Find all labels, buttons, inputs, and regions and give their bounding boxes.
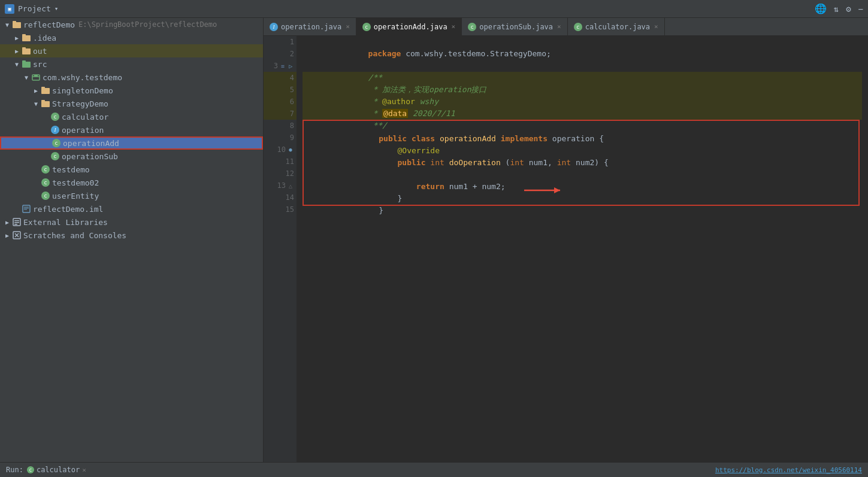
tab-operationAdd-label: operationAdd.java xyxy=(374,23,447,31)
title-bar-left: ▣ Project ▾ xyxy=(5,4,58,14)
tree-item-idea[interactable]: ▶ .idea xyxy=(0,31,263,44)
out-expand-icon: ▶ xyxy=(12,44,22,57)
gutter-row-12: 12 xyxy=(264,168,297,180)
project-sidebar: ▼ reflectDemo E:\SpringBootProject\refle… xyxy=(0,18,264,462)
strategy-label: StrategyDemo xyxy=(52,99,108,108)
tree-item-testdemo[interactable]: c testdemo xyxy=(0,163,263,176)
run-tab-icon: c xyxy=(27,466,34,473)
run-label: Run: xyxy=(6,466,23,474)
testdemo02-label: testdemo02 xyxy=(52,178,99,187)
tab-calculator-close[interactable]: × xyxy=(654,23,658,31)
idea-expand-icon: ▶ xyxy=(12,31,22,44)
tree-item-external-libs[interactable]: ▶ External Libraries xyxy=(0,215,263,229)
out-label: out xyxy=(33,47,47,56)
operation-label: operation xyxy=(62,126,104,135)
testdemo-class-icon: c xyxy=(41,165,50,174)
svg-rect-11 xyxy=(41,88,50,94)
tab-operationAdd[interactable]: c operationAdd.java × xyxy=(356,18,462,35)
svg-rect-20 xyxy=(14,220,19,221)
userEntity-spacer xyxy=(31,189,41,202)
iml-spacer xyxy=(12,202,22,215)
settings-icon[interactable]: ⚙ xyxy=(846,4,851,14)
gutter-row-11: 11 xyxy=(264,156,297,168)
tab-calculator-icon: c xyxy=(574,23,582,31)
tree-root[interactable]: ▼ reflectDemo E:\SpringBootProject\refle… xyxy=(0,18,263,31)
code-line-4: * 加法类，实现operation接口 xyxy=(303,72,862,84)
tree-item-testdemo02[interactable]: c testdemo02 xyxy=(0,176,263,189)
svg-rect-12 xyxy=(41,87,45,89)
svg-rect-14 xyxy=(41,100,45,102)
operationSub-label: operationSub xyxy=(62,152,118,161)
singleton-expand-icon: ▶ xyxy=(31,84,41,97)
tree-item-com-wshy[interactable]: ▼ com.wshy.testdemo xyxy=(0,71,263,84)
run-tab-close[interactable]: × xyxy=(82,466,86,474)
svg-rect-5 xyxy=(22,47,26,49)
project-label[interactable]: Project xyxy=(18,4,51,13)
idea-folder-icon xyxy=(22,33,31,42)
editor-area: I operation.java × c operationAdd.java ×… xyxy=(264,18,868,462)
testdemo-spacer xyxy=(31,163,41,176)
tree-item-strategy[interactable]: ▼ StrategyDemo xyxy=(0,97,263,110)
tab-operationAdd-icon: c xyxy=(362,23,371,31)
userEntity-label: userEntity xyxy=(52,192,99,200)
calculator-class-icon: c xyxy=(50,112,60,121)
operation-spacer xyxy=(41,123,50,136)
tree-item-scratches[interactable]: ▶ Scratches and Consoles xyxy=(0,229,263,242)
globe-icon[interactable]: 🌐 xyxy=(815,3,827,14)
operationAdd-class-icon: c xyxy=(52,138,61,148)
svg-rect-21 xyxy=(14,222,19,223)
tree-item-calculator[interactable]: c calculator xyxy=(0,110,263,123)
run-tab[interactable]: c calculator × xyxy=(27,466,86,474)
gutter-row-2: 2 xyxy=(264,48,297,60)
tree-item-operationSub[interactable]: c operationSub xyxy=(0,150,263,163)
code-line-8: public class operationAdd implements ope… xyxy=(304,121,858,133)
gutter-row-4: 4 xyxy=(264,72,297,84)
tab-operationSub-close[interactable]: × xyxy=(557,23,561,31)
tree-item-singleton[interactable]: ▶ singletonDemo xyxy=(0,84,263,97)
tab-operationSub[interactable]: c operationSub.java × xyxy=(462,18,567,35)
code-editor[interactable]: 1 2 3 ≡ ▷ 4 xyxy=(264,36,868,462)
tab-operationAdd-close[interactable]: × xyxy=(452,23,456,31)
out-folder-icon xyxy=(22,46,31,56)
svg-rect-1 xyxy=(13,21,16,23)
tree-item-userEntity[interactable]: c userEntity xyxy=(0,189,263,202)
tree-item-out[interactable]: ▶ out xyxy=(0,44,263,57)
gutter-row-8: 8 xyxy=(264,120,297,132)
tree-item-operation[interactable]: I operation xyxy=(0,123,263,136)
tab-operation-close[interactable]: × xyxy=(346,23,350,31)
scratches-expand-icon: ▶ xyxy=(2,229,12,242)
tab-calculator[interactable]: c calculator.java × xyxy=(568,18,665,35)
ext-libs-expand-icon: ▶ xyxy=(2,215,12,229)
layout-icon[interactable]: ⇅ xyxy=(834,4,839,14)
tree-item-iml[interactable]: reflectDemo.iml xyxy=(0,202,263,215)
run-url[interactable]: https://blog.csdn.net/weixin_40560114 xyxy=(715,466,862,474)
strategy-expand-icon: ▼ xyxy=(31,97,41,110)
minimize-icon[interactable]: − xyxy=(858,4,863,14)
iml-file-icon xyxy=(22,204,31,214)
tree-item-operationAdd[interactable]: c operationAdd xyxy=(0,136,263,150)
svg-rect-7 xyxy=(22,60,26,62)
svg-rect-13 xyxy=(41,101,50,107)
strategy-folder-icon xyxy=(41,99,50,108)
calculator-spacer xyxy=(41,110,50,123)
gutter-row-6: 6 xyxy=(264,96,297,108)
src-folder-icon xyxy=(22,59,31,69)
project-tree: ▼ reflectDemo E:\SpringBootProject\refle… xyxy=(0,18,263,462)
dropdown-arrow-icon[interactable]: ▾ xyxy=(55,5,59,13)
gutter-row-15: 15 xyxy=(264,203,297,215)
com-wshy-label: com.wshy.testdemo xyxy=(43,73,122,82)
scratches-label: Scratches and Consoles xyxy=(23,231,126,240)
run-bar: Run: c calculator × https://blog.csdn.ne… xyxy=(0,462,868,477)
code-content[interactable]: package com.wshy.testdemo.StrategyDemo; … xyxy=(297,36,868,462)
iml-label: reflectDemo.iml xyxy=(33,205,103,214)
operationSub-class-icon: c xyxy=(50,151,60,161)
tab-operation[interactable]: I operation.java × xyxy=(264,18,356,35)
root-expand-icon: ▼ xyxy=(2,18,12,31)
tabs-bar: I operation.java × c operationAdd.java ×… xyxy=(264,18,868,36)
userEntity-class-icon: c xyxy=(41,191,50,200)
tree-item-src[interactable]: ▼ src xyxy=(0,57,263,71)
src-label: src xyxy=(33,60,47,69)
red-border-section: public class operationAdd implements ope… xyxy=(303,120,860,206)
com-wshy-expand-icon: ▼ xyxy=(22,71,31,84)
operation-interface-icon: I xyxy=(50,125,60,135)
